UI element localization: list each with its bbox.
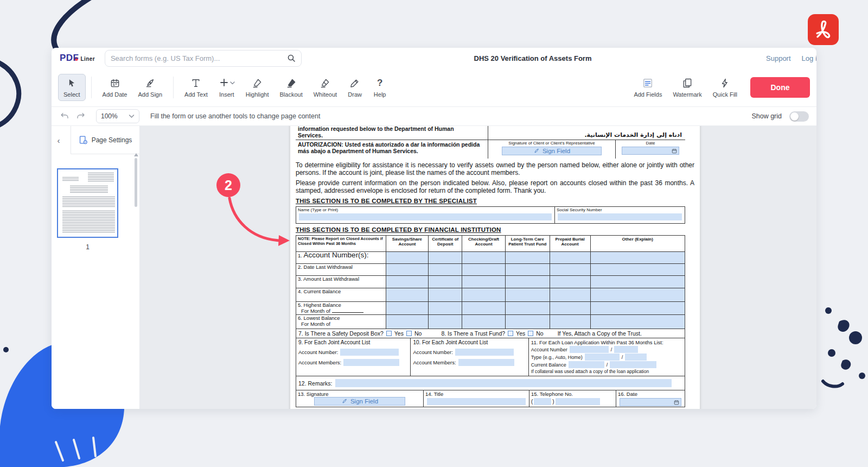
- table-field-cell[interactable]: [386, 276, 429, 288]
- client-date-field[interactable]: [622, 147, 679, 155]
- tool-add-date-label: Add Date: [103, 91, 127, 98]
- loan-type-field[interactable]: [585, 354, 620, 361]
- table-field-cell[interactable]: [506, 252, 550, 263]
- table-field-cell[interactable]: [462, 276, 506, 288]
- table-field-cell[interactable]: [386, 252, 429, 263]
- table-field-cell[interactable]: [429, 288, 462, 301]
- table-field-cell[interactable]: [591, 288, 685, 301]
- title-field[interactable]: [427, 398, 526, 405]
- scrollbar-thumb[interactable]: [135, 158, 137, 207]
- table-field-cell[interactable]: [386, 315, 429, 329]
- pdfliner-logo[interactable]: PDF Liner: [60, 53, 95, 64]
- loan-type-field-2[interactable]: [625, 354, 647, 361]
- tool-add-fields[interactable]: Add Fields: [628, 74, 667, 101]
- sidebar-scrollbar[interactable]: [133, 153, 138, 381]
- table-field-cell[interactable]: [386, 288, 429, 301]
- section-11: 11. For Each Loan Application Within Pas…: [529, 338, 685, 376]
- table-field-cell[interactable]: [591, 315, 685, 329]
- account-number-field[interactable]: [455, 349, 514, 356]
- tool-insert[interactable]: Insert: [213, 74, 240, 101]
- tool-help[interactable]: ? Help: [367, 74, 392, 101]
- client-sign-field[interactable]: Sign Field: [502, 147, 602, 155]
- area-code-field[interactable]: [534, 398, 551, 405]
- table-field-cell[interactable]: [462, 264, 506, 275]
- table-field-cell[interactable]: [506, 302, 550, 314]
- table-field-cell[interactable]: [591, 252, 685, 263]
- tool-watermark[interactable]: Watermark: [667, 74, 707, 101]
- step-number: 2: [225, 178, 232, 193]
- checkbox-8-yes[interactable]: [508, 331, 513, 336]
- tool-highlight[interactable]: Highlight: [240, 74, 275, 101]
- autorizacion-text: AUTORIZACION: Usted está autorizado a da…: [298, 141, 486, 154]
- institution-date-field[interactable]: [620, 398, 681, 406]
- done-button[interactable]: Done: [750, 77, 810, 98]
- table-field-cell[interactable]: [429, 315, 462, 329]
- search-input[interactable]: [111, 54, 287, 62]
- account-members-field[interactable]: [458, 359, 514, 366]
- lightning-icon: [719, 77, 730, 89]
- table-field-cell[interactable]: [462, 288, 506, 301]
- table-field-cell[interactable]: [506, 315, 550, 329]
- tool-add-sign[interactable]: Add Sign: [132, 74, 168, 101]
- table-field-cell[interactable]: [429, 302, 462, 314]
- toggle-knob: [790, 112, 799, 121]
- login-link[interactable]: Log in: [802, 54, 816, 62]
- redo-button[interactable]: [75, 111, 86, 122]
- table-field-cell[interactable]: [386, 302, 429, 314]
- table-field-cell[interactable]: [550, 288, 591, 301]
- table-field-cell[interactable]: [550, 302, 591, 314]
- tool-add-text[interactable]: Add Text: [179, 74, 213, 101]
- table-field-cell[interactable]: [429, 276, 462, 288]
- checkbox-7-yes[interactable]: [386, 331, 392, 336]
- tool-select[interactable]: Select: [58, 74, 86, 101]
- table-field-cell[interactable]: [462, 252, 506, 263]
- table-field-cell[interactable]: [429, 252, 462, 263]
- show-grid-toggle[interactable]: [789, 111, 809, 122]
- tool-draw[interactable]: Draw: [342, 74, 367, 101]
- table-field-cell[interactable]: [506, 288, 550, 301]
- loan-balance-field[interactable]: [569, 361, 604, 368]
- tool-whiteout[interactable]: Whiteout: [308, 74, 342, 101]
- checkbox-8-no[interactable]: [528, 331, 533, 336]
- desktop-background: PDF Liner DHS 20 Verification of Assets …: [0, 0, 868, 467]
- name-field[interactable]: [299, 213, 552, 220]
- loan-account-field[interactable]: [570, 346, 609, 353]
- table-field-cell[interactable]: [550, 264, 591, 275]
- ssn-field[interactable]: [558, 213, 682, 220]
- table-field-cell[interactable]: [462, 302, 506, 314]
- remarks-field[interactable]: [335, 379, 672, 387]
- scroll-up-arrow[interactable]: [134, 153, 138, 156]
- undo-button[interactable]: [59, 111, 70, 122]
- collapse-sidebar-button[interactable]: ‹: [53, 134, 65, 147]
- checkbox-7-no[interactable]: [406, 331, 412, 336]
- table-field-cell[interactable]: [506, 264, 550, 275]
- account-members-field[interactable]: [343, 359, 399, 366]
- loan-balance-field-2[interactable]: [610, 361, 656, 368]
- search-icon[interactable]: [287, 54, 296, 62]
- support-link[interactable]: Support: [766, 54, 791, 62]
- account-number-label: Account Number:: [413, 349, 452, 355]
- table-field-cell[interactable]: [591, 264, 685, 275]
- calendar-icon: [110, 77, 120, 89]
- table-field-cell[interactable]: [550, 252, 591, 263]
- tool-add-date[interactable]: Add Date: [97, 74, 133, 101]
- table-field-cell[interactable]: [462, 315, 506, 329]
- loan-account-field-2[interactable]: [614, 346, 638, 353]
- signature-row: 13. Signature Sign Field 14. Title: [296, 390, 685, 407]
- table-field-cell[interactable]: [550, 276, 591, 288]
- institution-sign-field[interactable]: Sign Field: [314, 397, 405, 406]
- page-settings-button[interactable]: Page Settings: [71, 126, 139, 154]
- tool-blackout[interactable]: Blackout: [275, 74, 308, 101]
- page-thumbnail[interactable]: [57, 168, 118, 238]
- table-field-cell[interactable]: [429, 264, 462, 275]
- thumbnail-content: [62, 177, 79, 181]
- tool-quick-fill[interactable]: Quick Fill: [707, 74, 743, 101]
- table-field-cell[interactable]: [591, 276, 685, 288]
- table-field-cell[interactable]: [550, 315, 591, 329]
- zoom-select[interactable]: 100%: [96, 109, 139, 123]
- account-number-field[interactable]: [340, 349, 399, 356]
- table-field-cell[interactable]: [506, 276, 550, 288]
- phone-number-field[interactable]: [556, 398, 600, 405]
- table-field-cell[interactable]: [591, 302, 685, 314]
- table-field-cell[interactable]: [386, 264, 429, 275]
